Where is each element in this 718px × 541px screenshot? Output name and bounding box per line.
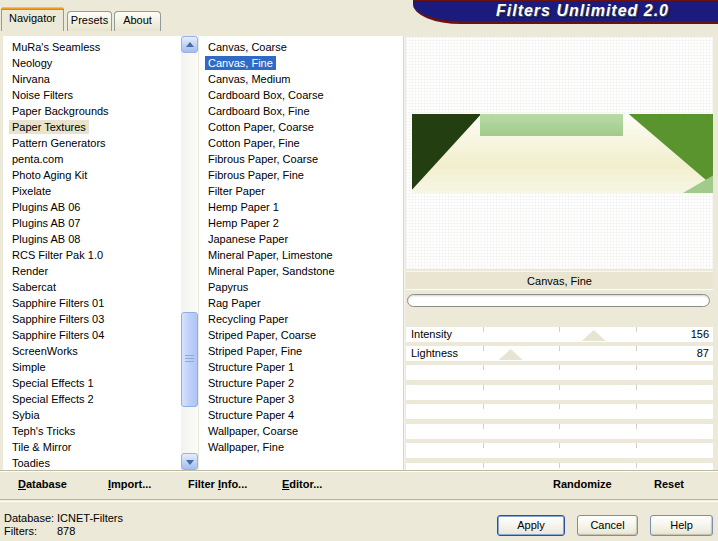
menu-row: Database Import... Filter Info... Editor… <box>0 471 718 500</box>
preview-green-triangle <box>412 114 713 193</box>
list-item[interactable]: Structure Paper 2 <box>199 375 403 391</box>
database-status-label: Database: <box>4 512 54 524</box>
apply-button[interactable]: Apply <box>497 515 565 536</box>
category-list[interactable]: MuRa's SeamlessNeologyNirvanaNoise Filte… <box>3 36 181 470</box>
title-banner: Filters Unlimited 2.0 <box>413 0 718 24</box>
list-item[interactable]: Filter Paper <box>199 183 403 199</box>
empty-slider-row <box>406 385 713 400</box>
list-item[interactable]: Structure Paper 3 <box>199 391 403 407</box>
list-item[interactable]: Noise Filters <box>3 87 181 103</box>
list-item[interactable]: Wallpaper, Coarse <box>199 423 403 439</box>
list-item[interactable]: Pattern Generators <box>3 135 181 151</box>
divider <box>404 36 405 470</box>
tab-navigator[interactable]: Navigator <box>1 7 64 31</box>
list-item[interactable]: Sabercat <box>3 279 181 295</box>
list-item[interactable]: Pixelate <box>3 183 181 199</box>
list-item[interactable]: Tile & Mirror <box>3 439 181 455</box>
list-item[interactable]: RCS Filter Pak 1.0 <box>3 247 181 263</box>
slider-thumb[interactable] <box>582 330 606 341</box>
list-item[interactable]: Special Effects 1 <box>3 375 181 391</box>
list-item[interactable]: Plugins AB 08 <box>3 231 181 247</box>
randomize-button[interactable]: Randomize <box>553 478 612 490</box>
list-item[interactable]: penta.com <box>3 151 181 167</box>
list-item[interactable]: Recycling Paper <box>199 311 403 327</box>
list-item[interactable]: Mineral Paper, Sandstone <box>199 263 403 279</box>
list-item[interactable]: Wallpaper, Fine <box>199 439 403 455</box>
list-item[interactable]: Fibrous Paper, Coarse <box>199 151 403 167</box>
slider-area: Intensity 156 Lightness 87 Pinuccia www.… <box>406 327 713 470</box>
list-item[interactable]: Striped Paper, Fine <box>199 343 403 359</box>
list-item[interactable]: Sapphire Filters 03 <box>3 311 181 327</box>
list-item[interactable]: Structure Paper 1 <box>199 359 403 375</box>
list-item[interactable]: Canvas, Coarse <box>199 39 403 55</box>
scroll-up-button[interactable] <box>181 36 198 53</box>
empty-slider-row <box>406 443 713 458</box>
tab-presets[interactable]: Presets <box>67 11 112 31</box>
list-item[interactable]: Papyrus <box>199 279 403 295</box>
list-item[interactable]: Neology <box>3 55 181 71</box>
editor-button[interactable]: Editor... <box>282 478 322 490</box>
reset-button[interactable]: Reset <box>654 478 684 490</box>
filter-info-button[interactable]: Filter Info... <box>188 478 247 490</box>
preview-texture-band <box>412 114 713 193</box>
category-scrollbar[interactable] <box>181 36 198 470</box>
list-item[interactable]: Render <box>3 263 181 279</box>
slider-value: 87 <box>697 346 709 361</box>
list-item[interactable]: Plugins AB 06 <box>3 199 181 215</box>
list-item[interactable]: Rag Paper <box>199 295 403 311</box>
filters-count-label: Filters: <box>4 525 37 537</box>
list-item[interactable]: ScreenWorks <box>3 343 181 359</box>
list-item[interactable]: Sapphire Filters 01 <box>3 295 181 311</box>
list-item[interactable]: Special Effects 2 <box>3 391 181 407</box>
list-item[interactable]: Hemp Paper 1 <box>199 199 403 215</box>
filters-count-value: 878 <box>57 525 75 537</box>
list-item[interactable]: MuRa's Seamless <box>3 39 181 55</box>
list-item[interactable]: Cotton Paper, Coarse <box>199 119 403 135</box>
list-item[interactable]: Cardboard Box, Fine <box>199 103 403 119</box>
lightness-slider[interactable]: Lightness 87 <box>406 346 713 361</box>
list-item[interactable]: Sapphire Filters 04 <box>3 327 181 343</box>
slider-thumb[interactable] <box>499 349 523 360</box>
list-item[interactable]: Cotton Paper, Fine <box>199 135 403 151</box>
empty-slider-row <box>406 463 713 470</box>
list-item[interactable]: Japanese Paper <box>199 231 403 247</box>
list-item[interactable]: Canvas, Fine <box>199 55 403 71</box>
intensity-slider[interactable]: Intensity 156 <box>406 327 713 342</box>
empty-slider-row <box>406 424 713 439</box>
list-item[interactable]: Canvas, Medium <box>199 71 403 87</box>
app-title: Filters Unlimited 2.0 <box>462 1 669 20</box>
import-button[interactable]: Import... <box>108 478 151 490</box>
list-item[interactable]: Structure Paper 4 <box>199 407 403 423</box>
empty-slider-row <box>406 365 713 380</box>
list-item[interactable]: Nirvana <box>3 71 181 87</box>
list-item[interactable]: Mineral Paper, Limestone <box>199 247 403 263</box>
cancel-button[interactable]: Cancel <box>577 515 638 536</box>
list-item[interactable]: Fibrous Paper, Fine <box>199 167 403 183</box>
list-item[interactable]: Simple <box>3 359 181 375</box>
list-item[interactable]: Teph's Tricks <box>3 423 181 439</box>
list-item[interactable]: Sybia <box>3 407 181 423</box>
list-item[interactable]: Paper Textures <box>3 119 181 135</box>
list-item[interactable]: Photo Aging Kit <box>3 167 181 183</box>
slider-label: Intensity <box>411 327 452 342</box>
preview-image[interactable] <box>406 37 713 269</box>
list-item[interactable]: Toadies <box>3 455 181 470</box>
scrollbar-thumb[interactable] <box>181 312 198 407</box>
list-item[interactable]: Plugins AB 07 <box>3 215 181 231</box>
list-item[interactable]: Paper Backgrounds <box>3 103 181 119</box>
tab-about[interactable]: About <box>114 11 161 31</box>
list-item[interactable]: Striped Paper, Coarse <box>199 327 403 343</box>
filters-unlimited-dialog: Filters Unlimited 2.0 Navigator Presets … <box>0 0 718 541</box>
preview-panel: Canvas, Fine Intensity 156 Lightness 87 … <box>406 36 713 470</box>
slider-label: Lightness <box>411 346 458 361</box>
list-item[interactable]: Cardboard Box, Coarse <box>199 87 403 103</box>
selected-filter-caption: Canvas, Fine <box>406 271 713 290</box>
database-status-value: ICNET-Filters <box>57 512 123 524</box>
tab-label: Navigator <box>2 8 63 28</box>
help-button[interactable]: Help <box>650 515 713 536</box>
filter-list[interactable]: Canvas, CoarseCanvas, FineCanvas, Medium… <box>199 36 403 470</box>
list-item[interactable]: Hemp Paper 2 <box>199 215 403 231</box>
database-button[interactable]: Database <box>18 478 67 490</box>
slider-value: 156 <box>691 327 709 342</box>
scroll-down-button[interactable] <box>181 453 198 470</box>
